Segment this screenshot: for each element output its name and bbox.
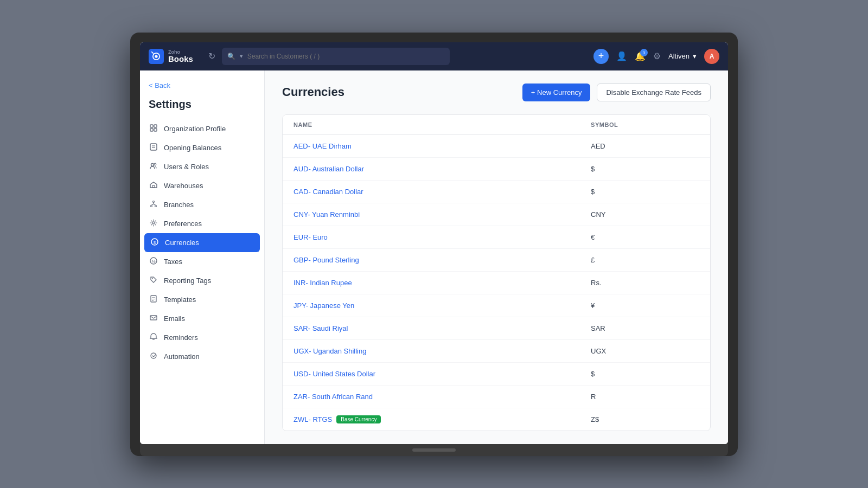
table-row: CAD- Canadian Dollar $ — [283, 181, 710, 203]
taxes-icon: % — [149, 257, 158, 266]
search-input[interactable] — [247, 53, 444, 60]
sidebar-label: Taxes — [164, 258, 182, 266]
currency-name-link[interactable]: SAR- Saudi Riyal — [293, 324, 591, 332]
currency-name-link[interactable]: AED- UAE Dirham — [293, 142, 591, 150]
svg-rect-5 — [154, 125, 157, 127]
sidebar-item-branches[interactable]: Branches — [140, 195, 264, 214]
topbar-right: + 👤 🔔 3 ⚙ Altiven ▾ A — [593, 49, 719, 64]
sidebar-item-reporting-tags[interactable]: Reporting Tags — [140, 271, 264, 290]
currency-name-link[interactable]: GBP- Pound Sterling — [293, 256, 591, 264]
gear-icon: ⚙ — [653, 52, 661, 61]
base-currency-badge: Base Currency — [336, 415, 381, 423]
users-icon — [149, 162, 158, 171]
laptop-frame: Zoho Books ↻ 🔍 ▼ + 👤 🔔 3 — [130, 33, 738, 456]
currency-symbol: Rs. — [591, 279, 699, 287]
emails-icon — [149, 314, 158, 323]
page-header: Currencies + New Currency Disable Exchan… — [282, 84, 711, 101]
laptop-notch — [412, 448, 456, 452]
currency-symbol: UGX — [591, 347, 699, 355]
avatar[interactable]: A — [704, 49, 719, 64]
topbar: Zoho Books ↻ 🔍 ▼ + 👤 🔔 3 — [140, 42, 728, 70]
sidebar-item-opening-balances[interactable]: Opening Balances — [140, 138, 264, 157]
table-row: SAR- Saudi Riyal SAR — [283, 317, 710, 340]
contacts-icon-button[interactable]: 👤 — [616, 51, 627, 61]
svg-rect-4 — [150, 125, 153, 127]
sidebar-item-taxes[interactable]: % Taxes — [140, 252, 264, 271]
currency-symbol: $ — [591, 370, 699, 378]
refresh-button[interactable]: ↻ — [208, 51, 215, 61]
search-container: 🔍 ▼ — [222, 48, 450, 65]
currency-name-link[interactable]: UGX- Ugandan Shilling — [293, 347, 591, 355]
svg-text:$: $ — [154, 240, 156, 245]
refresh-icon: ↻ — [208, 52, 215, 61]
sidebar-item-organization-profile[interactable]: Organization Profile — [140, 119, 264, 138]
add-button[interactable]: + — [593, 49, 609, 64]
table-row: UGX- Ugandan Shilling UGX — [283, 340, 710, 363]
sidebar-item-automation[interactable]: Automation — [140, 347, 264, 366]
search-dropdown-arrow[interactable]: ▼ — [239, 53, 244, 59]
currency-name-link[interactable]: INR- Indian Rupee — [293, 279, 591, 287]
currency-name-link[interactable]: EUR- Euro — [293, 233, 591, 241]
table-row: AED- UAE Dirham AED — [283, 135, 710, 158]
laptop-base — [140, 444, 728, 456]
user-menu[interactable]: Altiven ▾ — [668, 52, 697, 60]
sidebar-label: Opening Balances — [164, 144, 221, 152]
currency-symbol: AED — [591, 142, 699, 150]
svg-point-16 — [155, 205, 157, 207]
svg-point-17 — [152, 222, 155, 224]
table-row: USD- United States Dollar $ — [283, 363, 710, 386]
automation-icon — [149, 352, 158, 361]
table-row: GBP- Pound Sterling £ — [283, 249, 710, 272]
currency-name-link[interactable]: CAD- Canadian Dollar — [293, 188, 591, 196]
currency-symbol: $ — [591, 165, 699, 173]
svg-point-15 — [151, 205, 152, 207]
contacts-icon: 👤 — [616, 52, 627, 61]
currency-name-link[interactable]: USD- United States Dollar — [293, 370, 591, 378]
preferences-icon — [149, 219, 158, 228]
currency-name-link[interactable]: AUD- Australian Dollar — [293, 165, 591, 173]
sidebar-item-preferences[interactable]: Preferences — [140, 214, 264, 233]
sidebar-item-emails[interactable]: Emails — [140, 309, 264, 328]
col-symbol-header: SYMBOL — [591, 121, 699, 128]
disable-exchange-rate-button[interactable]: Disable Exchange Rate Feeds — [597, 84, 711, 101]
notifications-button[interactable]: 🔔 3 — [635, 51, 646, 61]
currency-name-link[interactable]: JPY- Japanese Yen — [293, 301, 591, 310]
sidebar-label: Emails — [164, 314, 185, 323]
table-row: JPY- Japanese Yen ¥ — [283, 294, 710, 317]
currency-symbol: R — [591, 393, 699, 401]
sidebar-item-reminders[interactable]: Reminders — [140, 328, 264, 347]
svg-point-2 — [155, 55, 157, 57]
settings-gear-button[interactable]: ⚙ — [653, 51, 661, 61]
settings-title: Settings — [140, 96, 264, 119]
table-row: CNY- Yuan Renminbi CNY — [283, 203, 710, 226]
header-actions: + New Currency Disable Exchange Rate Fee… — [522, 84, 711, 101]
screen: Zoho Books ↻ 🔍 ▼ + 👤 🔔 3 — [140, 42, 728, 444]
sidebar-label: Currencies — [165, 239, 199, 247]
sidebar-label: Reminders — [164, 333, 198, 342]
table-body: AED- UAE Dirham AED AUD- Australian Doll… — [283, 135, 710, 431]
table-row: INR- Indian Rupee Rs. — [283, 272, 710, 294]
currency-name-link[interactable]: ZWL- RTGS Base Currency — [293, 415, 591, 423]
new-currency-button[interactable]: + New Currency — [522, 84, 591, 101]
back-link[interactable]: < Back — [140, 79, 264, 96]
app-logo: Zoho Books — [149, 49, 193, 64]
sidebar-label: Automation — [164, 352, 200, 361]
sidebar-label: Reporting Tags — [164, 277, 211, 285]
sidebar-item-currencies[interactable]: $ Currencies — [144, 233, 260, 252]
table-header: NAME SYMBOL — [283, 115, 710, 135]
sidebar-item-templates[interactable]: Templates — [140, 290, 264, 309]
main-content: Currencies + New Currency Disable Exchan… — [265, 70, 728, 444]
currency-symbol: $ — [591, 188, 699, 196]
app-name: Books — [168, 55, 193, 63]
currency-symbol: SAR — [591, 324, 699, 332]
sidebar-label: Users & Roles — [164, 163, 209, 171]
sidebar-item-users-roles[interactable]: Users & Roles — [140, 157, 264, 176]
table-row: AUD- Australian Dollar $ — [283, 158, 710, 181]
svg-point-22 — [152, 278, 153, 279]
sidebar-item-warehouses[interactable]: Warehouses — [140, 176, 264, 195]
currency-name-link[interactable]: ZAR- South African Rand — [293, 393, 591, 401]
currency-symbol: Z$ — [591, 415, 699, 423]
search-icon: 🔍 — [227, 53, 235, 60]
currency-name-link[interactable]: CNY- Yuan Renminbi — [293, 210, 591, 219]
svg-point-12 — [154, 163, 156, 165]
